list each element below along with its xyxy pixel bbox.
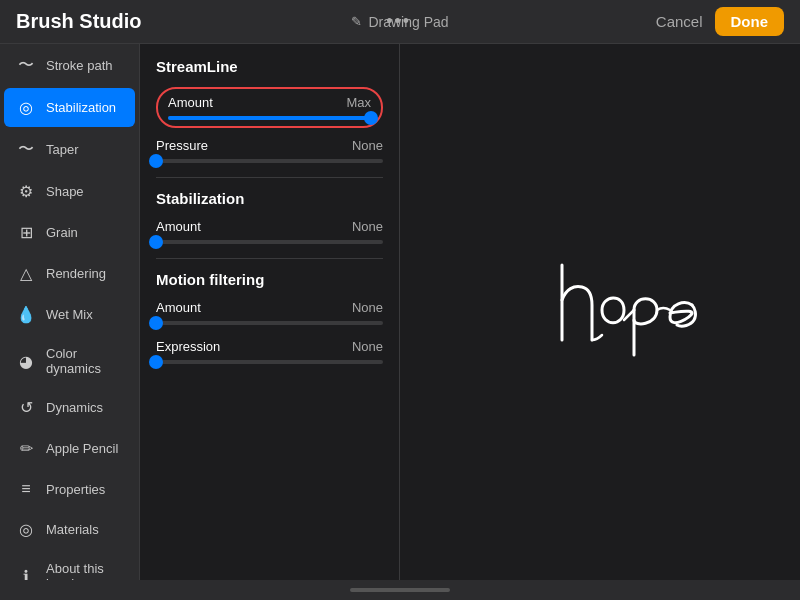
streamline-pressure-label-row: Pressure None bbox=[156, 138, 383, 153]
sidebar-label-stabilization: Stabilization bbox=[46, 100, 116, 115]
properties-icon: ≡ bbox=[16, 480, 36, 498]
streamline-amount-fill bbox=[168, 116, 371, 120]
shape-icon: ⚙ bbox=[16, 182, 36, 201]
settings-panel: StreamLine Amount Max Pressure None bbox=[140, 44, 400, 580]
apple-pencil-icon: ✏ bbox=[16, 439, 36, 458]
sidebar-item-rendering[interactable]: △ Rendering bbox=[4, 254, 135, 293]
topbar-left: Brush Studio bbox=[16, 10, 142, 33]
sidebar-item-stabilization[interactable]: ◎ Stabilization bbox=[4, 88, 135, 127]
stabilization-amount-label-row: Amount None bbox=[156, 219, 383, 234]
main-content: 〜 Stroke path ◎ Stabilization 〜 Taper ⚙ … bbox=[0, 44, 800, 580]
streamline-pressure-label: Pressure bbox=[156, 138, 208, 153]
materials-icon: ◎ bbox=[16, 520, 36, 539]
sidebar-label-grain: Grain bbox=[46, 225, 78, 240]
streamline-amount-highlight: Amount Max bbox=[156, 87, 383, 128]
sidebar-item-grain[interactable]: ⊞ Grain bbox=[4, 213, 135, 252]
streamline-amount-row: Amount Max bbox=[168, 95, 371, 110]
sidebar-label-color-dynamics: Color dynamics bbox=[46, 346, 123, 376]
stabilization-amount-slider[interactable] bbox=[156, 240, 383, 244]
sidebar-item-apple-pencil[interactable]: ✏ Apple Pencil bbox=[4, 429, 135, 468]
divider-1 bbox=[156, 177, 383, 178]
grain-icon: ⊞ bbox=[16, 223, 36, 242]
sidebar-label-materials: Materials bbox=[46, 522, 99, 537]
color-dynamics-icon: ◕ bbox=[16, 352, 36, 371]
hope-drawing bbox=[552, 230, 792, 394]
drawing-pad[interactable] bbox=[400, 44, 800, 580]
sidebar-item-dynamics[interactable]: ↺ Dynamics bbox=[4, 388, 135, 427]
stroke-path-icon: 〜 bbox=[16, 55, 36, 76]
streamline-section-title: StreamLine bbox=[156, 58, 383, 75]
motion-amount-row: Amount None bbox=[156, 300, 383, 325]
motion-expression-value: None bbox=[352, 339, 383, 354]
app-title: Brush Studio bbox=[16, 10, 142, 33]
sidebar-label-apple-pencil: Apple Pencil bbox=[46, 441, 118, 456]
sidebar-item-color-dynamics[interactable]: ◕ Color dynamics bbox=[4, 336, 135, 386]
stabilization-icon: ◎ bbox=[16, 98, 36, 117]
sidebar-item-wet-mix[interactable]: 💧 Wet Mix bbox=[4, 295, 135, 334]
stabilization-amount-thumb[interactable] bbox=[149, 235, 163, 249]
motion-expression-label-row: Expression None bbox=[156, 339, 383, 354]
motion-expression-slider[interactable] bbox=[156, 360, 383, 364]
edit-icon: ✎ bbox=[351, 14, 362, 29]
sidebar-item-shape[interactable]: ⚙ Shape bbox=[4, 172, 135, 211]
motion-amount-slider[interactable] bbox=[156, 321, 383, 325]
sidebar-label-dynamics: Dynamics bbox=[46, 400, 103, 415]
motion-amount-label: Amount bbox=[156, 300, 201, 315]
divider-2 bbox=[156, 258, 383, 259]
sidebar-label-taper: Taper bbox=[46, 142, 79, 157]
streamline-pressure-row: Pressure None bbox=[156, 138, 383, 163]
sidebar-label-shape: Shape bbox=[46, 184, 84, 199]
drawing-pad-label: Drawing Pad bbox=[368, 14, 448, 30]
motion-amount-label-row: Amount None bbox=[156, 300, 383, 315]
scroll-indicator bbox=[350, 588, 450, 592]
motion-expression-thumb[interactable] bbox=[149, 355, 163, 369]
topbar: Brush Studio ••• ✎ Drawing Pad Cancel Do… bbox=[0, 0, 800, 44]
sidebar: 〜 Stroke path ◎ Stabilization 〜 Taper ⚙ … bbox=[0, 44, 140, 580]
sidebar-item-stroke-path[interactable]: 〜 Stroke path bbox=[4, 45, 135, 86]
bottom-bar bbox=[0, 580, 800, 600]
sidebar-label-about: About this brush bbox=[46, 561, 123, 580]
stabilization-amount-label: Amount bbox=[156, 219, 201, 234]
drawing-pad-label-area: ✎ Drawing Pad bbox=[351, 14, 448, 30]
sidebar-label-rendering: Rendering bbox=[46, 266, 106, 281]
wet-mix-icon: 💧 bbox=[16, 305, 36, 324]
hope-svg bbox=[552, 230, 792, 390]
streamline-pressure-thumb[interactable] bbox=[149, 154, 163, 168]
stabilization-section-title: Stabilization bbox=[156, 190, 383, 207]
streamline-pressure-slider[interactable] bbox=[156, 159, 383, 163]
topbar-right: Cancel Done bbox=[656, 7, 784, 36]
done-button[interactable]: Done bbox=[715, 7, 785, 36]
streamline-amount-thumb[interactable] bbox=[364, 111, 378, 125]
streamline-amount-value: Max bbox=[346, 95, 371, 110]
motion-expression-row: Expression None bbox=[156, 339, 383, 364]
sidebar-item-materials[interactable]: ◎ Materials bbox=[4, 510, 135, 549]
streamline-amount-label: Amount bbox=[168, 95, 213, 110]
streamline-amount-slider[interactable] bbox=[168, 116, 371, 120]
dynamics-icon: ↺ bbox=[16, 398, 36, 417]
sidebar-item-properties[interactable]: ≡ Properties bbox=[4, 470, 135, 508]
sidebar-item-taper[interactable]: 〜 Taper bbox=[4, 129, 135, 170]
sidebar-label-properties: Properties bbox=[46, 482, 105, 497]
motion-amount-value: None bbox=[352, 300, 383, 315]
sidebar-label-stroke-path: Stroke path bbox=[46, 58, 113, 73]
stabilization-amount-row: Amount None bbox=[156, 219, 383, 244]
about-icon: ℹ bbox=[16, 567, 36, 581]
motion-amount-thumb[interactable] bbox=[149, 316, 163, 330]
sidebar-item-about[interactable]: ℹ About this brush bbox=[4, 551, 135, 580]
motion-filtering-section-title: Motion filtering bbox=[156, 271, 383, 288]
stabilization-amount-value: None bbox=[352, 219, 383, 234]
cancel-button[interactable]: Cancel bbox=[656, 13, 703, 30]
rendering-icon: △ bbox=[16, 264, 36, 283]
streamline-pressure-value: None bbox=[352, 138, 383, 153]
motion-expression-label: Expression bbox=[156, 339, 220, 354]
sidebar-label-wet-mix: Wet Mix bbox=[46, 307, 93, 322]
taper-icon: 〜 bbox=[16, 139, 36, 160]
